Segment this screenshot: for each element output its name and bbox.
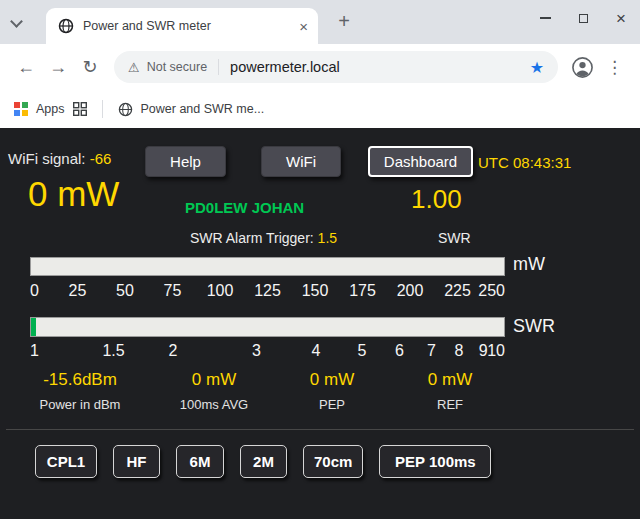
forward-icon[interactable]: → bbox=[42, 57, 74, 78]
minimize-icon bbox=[540, 17, 551, 19]
chip-divider bbox=[218, 59, 219, 75]
section-divider bbox=[6, 429, 634, 430]
bookmarks-divider bbox=[102, 100, 103, 118]
stat-pep: 0 mW PEP bbox=[270, 370, 394, 412]
hf-button[interactable]: HF bbox=[113, 445, 160, 478]
stat-value: 0 mW bbox=[388, 370, 512, 390]
reload-icon[interactable]: ↻ bbox=[74, 56, 106, 78]
swr-alarm-trigger: SWR Alarm Trigger: 1.5 bbox=[190, 230, 337, 246]
window-close-button[interactable]: × bbox=[602, 0, 640, 36]
power-scale-tick: 250 bbox=[478, 282, 505, 300]
swr-scale-tick: 4 bbox=[311, 342, 320, 360]
stat-power-dbm: -15.6dBm Power in dBm bbox=[18, 370, 142, 412]
browser-tab[interactable]: Power and SWR meter × bbox=[46, 8, 318, 44]
dashboard-button[interactable]: Dashboard bbox=[368, 146, 473, 177]
swr-scale-tick: 10 bbox=[487, 342, 505, 360]
close-icon: × bbox=[616, 10, 626, 27]
new-tab-button[interactable]: + bbox=[331, 9, 357, 35]
swr-alarm-value: 1.5 bbox=[318, 230, 337, 246]
power-scale-tick: 200 bbox=[397, 282, 424, 300]
swr-reading: 1.00 bbox=[411, 184, 462, 215]
power-scale-tick: 225 bbox=[444, 282, 471, 300]
power-bar-scale: 0 25 50 75 100 125 150 175 200 225 250 bbox=[30, 282, 505, 302]
power-scale-tick: 125 bbox=[254, 282, 281, 300]
swr-bar-fill bbox=[31, 318, 36, 336]
station-callsign: PD0LEW JOHAN bbox=[185, 199, 304, 216]
bookmark-globe-icon[interactable] bbox=[118, 102, 133, 117]
swr-scale-tick: 3 bbox=[252, 342, 261, 360]
power-scale-tick: 75 bbox=[164, 282, 182, 300]
6m-button[interactable]: 6M bbox=[176, 445, 224, 478]
swr-bar-unit: SWR bbox=[513, 316, 555, 337]
swr-alarm-label: SWR Alarm Trigger: bbox=[190, 230, 314, 246]
apps-shortcut-label[interactable]: Apps bbox=[36, 102, 65, 116]
wifi-signal: WiFi signal: -66 bbox=[8, 150, 111, 167]
window-minimize-button[interactable] bbox=[526, 0, 564, 36]
globe-favicon-icon bbox=[58, 18, 74, 34]
security-chip[interactable]: Not secure bbox=[147, 60, 207, 74]
power-reading: 0 mW bbox=[28, 174, 119, 214]
pep-100ms-button[interactable]: PEP 100ms bbox=[379, 445, 491, 478]
window-maximize-button[interactable] bbox=[564, 0, 602, 36]
maximize-icon bbox=[579, 14, 588, 23]
swr-scale-tick: 1.5 bbox=[102, 342, 124, 360]
swr-scale-tick: 7 bbox=[427, 342, 436, 360]
address-bar[interactable]: ⚠ Not secure powermeter.local ★ bbox=[114, 51, 558, 83]
wifi-signal-label: WiFi signal: bbox=[8, 150, 86, 167]
utc-clock: UTC 08:43:31 bbox=[478, 154, 571, 171]
swr-scale-tick: 8 bbox=[454, 342, 463, 360]
2m-button[interactable]: 2M bbox=[240, 445, 287, 478]
mode-buttons-row: CPL1 HF 6M 2M 70cm PEP 100ms bbox=[35, 445, 491, 478]
swr-scale-tick: 1 bbox=[30, 342, 39, 360]
url-text[interactable]: powermeter.local bbox=[230, 59, 517, 75]
stat-value: 0 mW bbox=[152, 370, 276, 390]
swr-bar-scale: 1 1.5 2 3 4 5 6 7 8 9 10 bbox=[30, 342, 505, 362]
stat-label: Power in dBm bbox=[18, 397, 142, 412]
profile-avatar-icon[interactable] bbox=[571, 56, 594, 79]
power-scale-tick: 0 bbox=[30, 282, 39, 300]
power-scale-tick: 150 bbox=[302, 282, 329, 300]
stat-value: 0 mW bbox=[270, 370, 394, 390]
stat-avg: 0 mW 100ms AVG bbox=[152, 370, 276, 412]
wifi-button[interactable]: WiFi bbox=[261, 146, 341, 177]
swr-bar bbox=[30, 317, 505, 337]
back-icon[interactable]: ← bbox=[10, 57, 42, 78]
stat-label: 100ms AVG bbox=[152, 397, 276, 412]
powermeter-page: WiFi signal: -66 Help WiFi Dashboard UTC… bbox=[0, 128, 640, 519]
tab-strip: Power and SWR meter × + × bbox=[0, 0, 640, 44]
stat-label: REF bbox=[388, 397, 512, 412]
kebab-menu-icon[interactable]: ⋮ bbox=[599, 57, 630, 78]
power-scale-tick: 50 bbox=[116, 282, 134, 300]
grid-outline-icon[interactable] bbox=[73, 102, 87, 116]
power-scale-tick: 25 bbox=[69, 282, 87, 300]
swr-caption: SWR bbox=[438, 230, 471, 246]
tab-close-icon[interactable]: × bbox=[299, 19, 308, 34]
apps-grid-icon[interactable] bbox=[14, 102, 28, 116]
power-scale-tick: 100 bbox=[207, 282, 234, 300]
browser-toolbar: ← → ↻ ⚠ Not secure powermeter.local ★ ⋮ bbox=[0, 44, 640, 90]
chevron-down-icon[interactable] bbox=[10, 15, 23, 28]
swr-scale-tick: 2 bbox=[169, 342, 178, 360]
cpl1-button[interactable]: CPL1 bbox=[35, 445, 97, 478]
stat-ref: 0 mW REF bbox=[388, 370, 512, 412]
power-bar-unit: mW bbox=[513, 254, 545, 275]
browser-window: Power and SWR meter × + × ← → ↻ ⚠ Not se… bbox=[0, 0, 640, 519]
help-button[interactable]: Help bbox=[145, 146, 226, 177]
power-scale-tick: 175 bbox=[349, 282, 376, 300]
wifi-signal-value: -66 bbox=[90, 150, 112, 167]
bookmarks-bar: Apps Power and SWR me... bbox=[0, 90, 640, 128]
tab-title: Power and SWR meter bbox=[83, 19, 290, 33]
stat-label: PEP bbox=[270, 397, 394, 412]
swr-scale-tick: 5 bbox=[358, 342, 367, 360]
bookmark-star-icon[interactable]: ★ bbox=[524, 58, 550, 77]
window-controls: × bbox=[526, 0, 640, 36]
not-secure-warning-icon: ⚠ bbox=[128, 60, 140, 75]
stat-value: -15.6dBm bbox=[18, 370, 142, 390]
bookmark-item-label[interactable]: Power and SWR me... bbox=[141, 102, 265, 116]
70cm-button[interactable]: 70cm bbox=[303, 445, 363, 478]
swr-scale-tick: 6 bbox=[395, 342, 404, 360]
power-bar bbox=[30, 257, 505, 276]
